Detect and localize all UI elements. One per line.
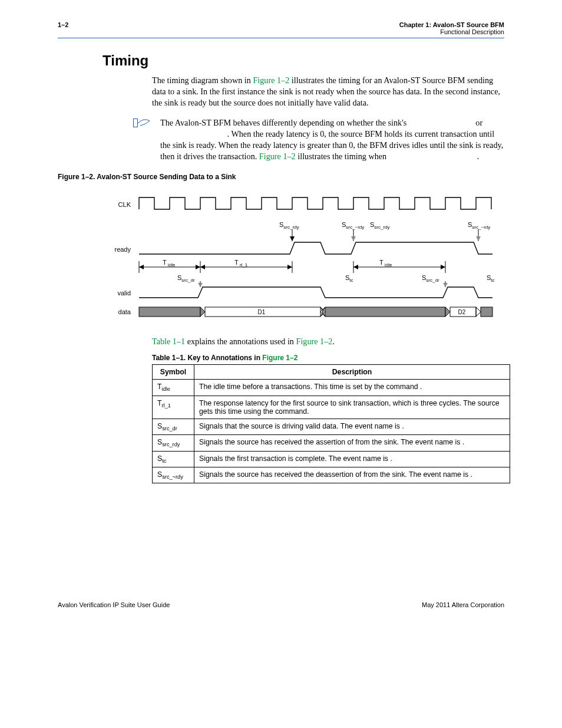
s-src-nrdy-1: Ssrc_~rdy xyxy=(342,221,364,230)
figure-ref-link3[interactable]: Figure 1–2 xyxy=(296,337,333,346)
symbol-cell: Tidle xyxy=(153,380,194,396)
svg-marker-18 xyxy=(441,265,445,269)
ready-label: ready xyxy=(114,246,131,253)
col-symbol-header: Symbol xyxy=(153,365,194,380)
figure-ref-link2[interactable]: Figure 1–2 xyxy=(259,151,296,161)
svg-marker-32 xyxy=(476,307,481,317)
header-right: Chapter 1: Avalon-ST Source BFM Function… xyxy=(399,21,504,35)
chapter-title: Chapter 1: Avalon-ST Source BFM xyxy=(399,21,504,28)
symbol-cell: Stc xyxy=(153,451,194,467)
svg-marker-26 xyxy=(200,307,205,317)
figure-ref-link[interactable]: Figure 1–2 xyxy=(253,75,289,85)
description-cell: Signals the source has received the asse… xyxy=(194,435,510,451)
data-label: data xyxy=(118,308,131,315)
table-intro-b: explains the annotations used in xyxy=(185,337,296,346)
description-cell: Signals that the source is driving valid… xyxy=(194,419,510,434)
table-row: TidleThe idle time before a transactions… xyxy=(153,380,510,396)
symbol-cell: Ssrc_~rdy xyxy=(153,467,194,483)
figure-caption: Figure 1–2. Avalon-ST Source Sending Dat… xyxy=(58,173,504,181)
svg-marker-8 xyxy=(139,265,144,269)
table-row: Ssrc_~rdySignals the source has received… xyxy=(153,467,510,483)
svg-marker-17 xyxy=(353,265,358,269)
note-e: . xyxy=(477,151,480,161)
table-row: StcSignals the first transaction is comp… xyxy=(153,451,510,467)
annotations-table: Symbol Description TidleThe idle time be… xyxy=(152,364,510,483)
svg-rect-0 xyxy=(134,118,138,127)
table-intro-c: . xyxy=(332,337,335,346)
note-text: The Avalon-ST BFM behaves differently de… xyxy=(160,117,504,163)
clk-label: CLK xyxy=(118,201,131,208)
page-header: 1–2 Chapter 1: Avalon-ST Source BFM Func… xyxy=(58,21,504,38)
chapter-subtitle: Functional Description xyxy=(399,28,504,35)
valid-label: valid xyxy=(117,289,131,297)
t-idle-1: T idle xyxy=(163,259,176,268)
para1-a: The timing diagram shown in xyxy=(152,75,253,85)
ready-waveform xyxy=(139,242,492,254)
description-cell: Signals the first transaction is complet… xyxy=(194,451,510,467)
intro-paragraph: The timing diagram shown in Figure 1–2 i… xyxy=(152,75,504,109)
svg-marker-14 xyxy=(287,265,292,269)
svg-marker-13 xyxy=(200,265,205,269)
t-rl1: T rl_1 xyxy=(234,259,248,268)
table-row: Trl_1The response latency for the first … xyxy=(153,396,510,419)
footer-right: May 2011 Altera Corporation xyxy=(422,601,504,608)
svg-marker-28 xyxy=(320,307,325,317)
table-ref-link[interactable]: Table 1–1 xyxy=(152,337,185,346)
svg-rect-33 xyxy=(481,307,492,317)
s-tc-2: Stc xyxy=(487,274,495,283)
clk-waveform xyxy=(139,197,491,209)
svg-rect-29 xyxy=(325,307,445,317)
footer-left: Avalon Verification IP Suite User Guide xyxy=(58,601,170,608)
table-row: Ssrc_rdySignals the source has received … xyxy=(153,435,510,451)
note-d: illustrates the timing when xyxy=(296,151,389,161)
svg-marker-24 xyxy=(443,283,448,287)
t-idle-2: T idle xyxy=(379,259,392,268)
col-description-header: Description xyxy=(194,365,510,380)
page-number: 1–2 xyxy=(58,21,68,35)
section-heading: Timing xyxy=(103,52,504,69)
d1-label: D1 xyxy=(258,309,266,315)
svg-rect-25 xyxy=(139,307,200,317)
note-b: or xyxy=(475,118,482,127)
data-waveform: D1 D2 xyxy=(139,307,492,317)
table-caption: Table 1–1. Key to Annotations in Figure … xyxy=(152,354,504,362)
s-tc-1: Stc xyxy=(345,274,353,283)
table-row: Ssrc_drSignals that the source is drivin… xyxy=(153,419,510,434)
symbol-cell: Ssrc_rdy xyxy=(153,435,194,451)
symbol-cell: Ssrc_dr xyxy=(153,419,194,434)
note-block: The Avalon-ST BFM behaves differently de… xyxy=(58,117,504,163)
page-footer: Avalon Verification IP Suite User Guide … xyxy=(58,601,504,608)
svg-marker-9 xyxy=(196,265,200,269)
description-cell: Signals the source has received the deas… xyxy=(194,467,510,483)
s-src-dr-2: Ssrc_dr xyxy=(422,274,439,283)
s-src-rdy-2: Ssrc_rdy xyxy=(370,221,390,230)
valid-waveform xyxy=(139,287,492,298)
svg-marker-22 xyxy=(198,283,203,287)
svg-marker-6 xyxy=(476,236,481,241)
table-caption-a: Table 1–1. Key to Annotations in xyxy=(152,354,262,362)
description-cell: The idle time before a transactions. Thi… xyxy=(194,380,510,396)
svg-marker-30 xyxy=(445,307,450,317)
svg-marker-2 xyxy=(290,236,295,241)
symbol-cell: Trl_1 xyxy=(153,396,194,419)
d2-label: D2 xyxy=(458,309,466,315)
svg-marker-4 xyxy=(351,236,356,241)
table-intro-paragraph: Table 1–1 explains the annotations used … xyxy=(152,337,504,347)
s-src-dr-1: Ssrc_dr xyxy=(177,274,195,283)
timing-diagram: CLK ready valid data Ssrc_rdy Ssrc_~rdy … xyxy=(104,186,504,324)
s-src-rdy-1: Ssrc_rdy xyxy=(279,221,299,230)
figure-ref-link4[interactable]: Figure 1–2 xyxy=(262,354,297,362)
s-src-nrdy-2: Ssrc_~rdy xyxy=(468,221,490,230)
note-a: The Avalon-ST BFM behaves differently de… xyxy=(160,118,409,127)
note-icon xyxy=(58,117,160,163)
description-cell: The response latency for the first sourc… xyxy=(194,396,510,419)
